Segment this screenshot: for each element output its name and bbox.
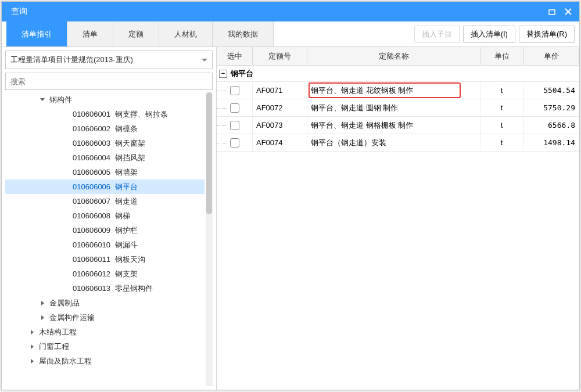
tree-node-code: 010606006 xyxy=(73,182,110,191)
group-collapse-icon[interactable]: − xyxy=(219,70,227,78)
tree-node[interactable]: 010606003钢天窗架 xyxy=(5,136,205,150)
replace-list-button[interactable]: 替换清单(R) xyxy=(519,26,575,43)
tree-node[interactable]: 金属制品 xyxy=(5,296,205,310)
tree-node-label: 钢天窗架 xyxy=(115,138,145,149)
tree-node-label: 钢构件 xyxy=(49,95,72,105)
right-pane: 选中 定额号 定额名称 单位 单价 − 钢平台 AF0071钢平台、钢走道 花纹… xyxy=(217,47,579,390)
maximize-icon[interactable] xyxy=(547,6,557,17)
tree-node[interactable]: 010606013零星钢构件 xyxy=(5,281,205,296)
tree-scroll-thumb[interactable] xyxy=(206,92,212,214)
grid-body: − 钢平台 AF0071钢平台、钢走道 花纹钢板 制作t5504.54AF007… xyxy=(217,66,579,390)
window-title: 查询 xyxy=(8,6,541,17)
tree-node[interactable]: 010606010钢漏斗 xyxy=(5,238,205,252)
tree-node[interactable]: 010606012钢支架 xyxy=(5,267,205,281)
cell-name: 钢平台、钢走道 钢格栅板 制作 xyxy=(307,117,480,134)
tree-node-label: 零星钢构件 xyxy=(115,283,153,294)
tree-node-label: 钢板天沟 xyxy=(115,254,145,265)
toolbar: 清单指引 清单 定额 人材机 我的数据 插入子目 插入清单(I) 替换清单(R) xyxy=(2,21,579,47)
tree-leaf-icon xyxy=(62,285,69,292)
tree-node-label: 钢支撑、钢拉条 xyxy=(115,109,168,120)
cell-price: 6566.8 xyxy=(523,117,579,134)
tree-node[interactable]: 木结构工程 xyxy=(5,325,205,339)
tree-node-label: 钢平台 xyxy=(115,182,138,192)
tree-leaf-icon xyxy=(62,140,69,147)
tree-leaf-icon xyxy=(62,198,69,205)
tree-node[interactable]: 屋面及防水工程 xyxy=(5,354,205,368)
tree-node-code: 010606008 xyxy=(73,211,110,220)
tree-leaf-icon xyxy=(62,271,69,278)
tree-scrollbar[interactable] xyxy=(206,92,213,386)
tab-quota[interactable]: 定额 xyxy=(113,21,159,46)
cell-name: 钢平台、钢走道 花纹钢板 制作 xyxy=(307,82,480,99)
tree-node-code: 010606013 xyxy=(73,284,110,293)
tree-node[interactable]: 金属构件运输 xyxy=(5,310,205,325)
tree-node-label: 门窗工程 xyxy=(39,341,69,352)
tree-node[interactable]: 010606005钢墙架 xyxy=(5,165,205,179)
col-price: 单价 xyxy=(523,47,579,65)
tree-node-label: 钢挡风架 xyxy=(115,153,145,163)
left-pane: 工程量清单项目计量规范(2013-重庆) 钢构件010606001钢支撑、钢拉条… xyxy=(2,47,217,390)
body: 工程量清单项目计量规范(2013-重庆) 钢构件010606001钢支撑、钢拉条… xyxy=(2,47,579,390)
tab-bill[interactable]: 清单 xyxy=(67,21,113,46)
tree-node-label: 钢檩条 xyxy=(115,124,138,134)
row-checkbox[interactable] xyxy=(230,103,239,113)
tree-leaf-icon xyxy=(62,227,69,234)
tree-leaf-icon xyxy=(62,242,69,249)
col-name: 定额名称 xyxy=(307,47,480,65)
tree: 钢构件010606001钢支撑、钢拉条010606002钢檩条010606003… xyxy=(5,92,213,386)
chevron-right-icon[interactable] xyxy=(28,358,35,365)
tree-node-label: 钢支架 xyxy=(115,269,138,279)
query-window: 查询 清单指引 清单 定额 人材机 我的数据 插入子目 插入清单(I) 替换清单… xyxy=(1,1,580,390)
chevron-right-icon[interactable] xyxy=(39,300,46,307)
tree-leaf-icon xyxy=(62,125,69,132)
tree-node-label: 金属构件运输 xyxy=(49,312,95,323)
cell-unit: t xyxy=(480,82,523,99)
tab-bill-index[interactable]: 清单指引 xyxy=(6,21,67,46)
insert-list-button[interactable]: 插入清单(I) xyxy=(463,26,515,43)
tree-node[interactable]: 010606004钢挡风架 xyxy=(5,150,205,165)
tree-node[interactable]: 门窗工程 xyxy=(5,339,205,354)
tree-node[interactable]: 010606008钢梯 xyxy=(5,208,205,223)
tree-node[interactable]: 010606011钢板天沟 xyxy=(5,252,205,267)
chevron-right-icon[interactable] xyxy=(39,314,46,321)
tree-leaf-icon xyxy=(62,256,69,263)
tree-node[interactable]: 010606007钢走道 xyxy=(5,194,205,208)
table-row[interactable]: AF0074钢平台（钢走道）安装t1498.14 xyxy=(217,134,579,152)
tree-node-code: 010606005 xyxy=(73,168,110,177)
table-row[interactable]: AF0073钢平台、钢走道 钢格栅板 制作t6566.8 xyxy=(217,117,579,134)
spec-dropdown-label: 工程量清单项目计量规范(2013-重庆) xyxy=(10,55,133,65)
close-icon[interactable] xyxy=(563,6,573,17)
chevron-down-icon[interactable] xyxy=(39,96,46,103)
tree-node[interactable]: 钢构件 xyxy=(5,92,205,107)
titlebar: 查询 xyxy=(2,2,579,21)
cell-price: 1498.14 xyxy=(523,134,579,151)
tree-node[interactable]: 010606006钢平台 xyxy=(5,179,205,194)
cell-select xyxy=(217,82,253,99)
tab-materials[interactable]: 人材机 xyxy=(159,21,213,46)
cell-code: AF0074 xyxy=(253,134,307,151)
tree-leaf-icon xyxy=(62,213,69,220)
tab-bar: 清单指引 清单 定额 人材机 我的数据 xyxy=(6,21,274,46)
table-row[interactable]: AF0072钢平台、钢走道 圆钢 制作t5750.29 xyxy=(217,99,579,117)
tree-node[interactable]: 010606009钢护栏 xyxy=(5,223,205,238)
chevron-right-icon[interactable] xyxy=(28,343,35,350)
tree-node[interactable]: 010606001钢支撑、钢拉条 xyxy=(5,107,205,121)
row-checkbox[interactable] xyxy=(230,86,239,95)
spec-dropdown[interactable]: 工程量清单项目计量规范(2013-重庆) xyxy=(5,51,213,69)
cell-select xyxy=(217,99,253,116)
cell-unit: t xyxy=(480,99,523,116)
tree-node-code: 010606010 xyxy=(73,240,110,249)
search-input[interactable] xyxy=(5,73,213,90)
table-row[interactable]: AF0071钢平台、钢走道 花纹钢板 制作t5504.54 xyxy=(217,82,579,99)
tree-node[interactable]: 010606002钢檩条 xyxy=(5,121,205,136)
chevron-right-icon[interactable] xyxy=(28,329,35,336)
tree-node-code: 010606009 xyxy=(73,226,110,235)
tree-node-label: 屋面及防水工程 xyxy=(39,356,92,366)
row-checkbox[interactable] xyxy=(230,121,239,130)
row-checkbox[interactable] xyxy=(230,138,239,148)
tab-mydata[interactable]: 我的数据 xyxy=(213,21,274,46)
group-row[interactable]: − 钢平台 xyxy=(217,66,579,82)
tree-leaf-icon xyxy=(62,111,69,118)
cell-select xyxy=(217,117,253,134)
cell-price: 5504.54 xyxy=(523,82,579,99)
